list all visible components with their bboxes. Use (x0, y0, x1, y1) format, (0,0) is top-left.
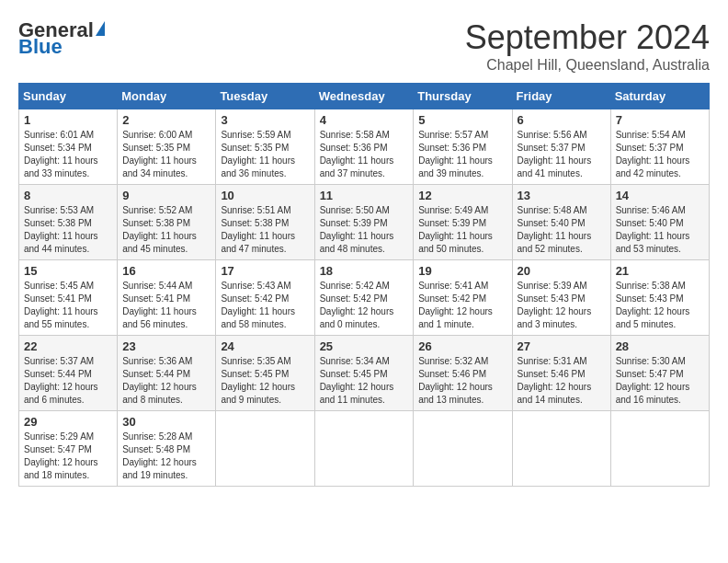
day-info: Sunrise: 5:50 AMSunset: 5:39 PMDaylight:… (320, 204, 409, 256)
week-row-5: 29Sunrise: 5:29 AMSunset: 5:47 PMDayligh… (19, 411, 710, 487)
day-info: Sunrise: 5:59 AMSunset: 5:35 PMDaylight:… (221, 129, 309, 180)
day-number: 7 (616, 113, 704, 127)
day-number: 15 (24, 264, 112, 278)
logo-blue: Blue (18, 35, 63, 59)
day-info: Sunrise: 5:46 AMSunset: 5:40 PMDaylight:… (616, 204, 704, 256)
day-number: 12 (418, 189, 506, 202)
header-cell-sunday: Sunday (19, 84, 118, 109)
header-cell-thursday: Thursday (414, 84, 512, 109)
day-number: 4 (320, 113, 409, 127)
day-info: Sunrise: 5:54 AMSunset: 5:37 PMDaylight:… (616, 129, 704, 180)
day-cell-5: 5Sunrise: 5:57 AMSunset: 5:36 PMDaylight… (414, 109, 512, 185)
header-cell-friday: Friday (512, 84, 610, 109)
day-cell-22: 22Sunrise: 5:37 AMSunset: 5:44 PMDayligh… (19, 336, 118, 411)
day-number: 23 (122, 339, 210, 353)
day-cell-13: 13Sunrise: 5:48 AMSunset: 5:40 PMDayligh… (512, 185, 610, 260)
day-info: Sunrise: 5:39 AMSunset: 5:43 PMDaylight:… (518, 280, 606, 331)
day-number: 14 (616, 189, 704, 202)
header-cell-wednesday: Wednesday (314, 84, 414, 109)
day-number: 24 (221, 339, 309, 353)
day-info: Sunrise: 5:32 AMSunset: 5:46 PMDaylight:… (418, 355, 506, 407)
day-cell-2: 2Sunrise: 6:00 AMSunset: 5:35 PMDaylight… (118, 109, 216, 185)
day-number: 19 (418, 264, 506, 278)
day-cell-9: 9Sunrise: 5:52 AMSunset: 5:38 PMDaylight… (118, 185, 216, 260)
month-title: September 2024 (465, 18, 710, 57)
day-info: Sunrise: 5:58 AMSunset: 5:36 PMDaylight:… (320, 129, 409, 180)
week-row-2: 8Sunrise: 5:53 AMSunset: 5:38 PMDaylight… (19, 185, 710, 260)
day-number: 6 (518, 113, 606, 127)
day-cell-1: 1Sunrise: 6:01 AMSunset: 5:34 PMDaylight… (19, 109, 118, 185)
day-info: Sunrise: 5:29 AMSunset: 5:47 PMDaylight:… (24, 431, 112, 482)
day-info: Sunrise: 5:45 AMSunset: 5:41 PMDaylight:… (24, 280, 112, 331)
day-info: Sunrise: 5:44 AMSunset: 5:41 PMDaylight:… (122, 280, 210, 331)
day-info: Sunrise: 5:42 AMSunset: 5:42 PMDaylight:… (320, 280, 409, 331)
day-cell-23: 23Sunrise: 5:36 AMSunset: 5:44 PMDayligh… (118, 336, 216, 411)
day-info: Sunrise: 5:51 AMSunset: 5:38 PMDaylight:… (221, 204, 309, 256)
day-number: 5 (418, 113, 506, 127)
day-number: 3 (221, 113, 309, 127)
day-number: 8 (24, 189, 112, 202)
day-info: Sunrise: 5:52 AMSunset: 5:38 PMDaylight:… (122, 204, 210, 256)
day-cell-15: 15Sunrise: 5:45 AMSunset: 5:41 PMDayligh… (19, 260, 118, 336)
day-cell-16: 16Sunrise: 5:44 AMSunset: 5:41 PMDayligh… (118, 260, 216, 336)
day-number: 20 (518, 264, 606, 278)
day-info: Sunrise: 5:31 AMSunset: 5:46 PMDaylight:… (518, 355, 606, 407)
day-number: 27 (518, 339, 606, 353)
day-cell-14: 14Sunrise: 5:46 AMSunset: 5:40 PMDayligh… (610, 185, 709, 260)
week-row-1: 1Sunrise: 6:01 AMSunset: 5:34 PMDaylight… (19, 109, 710, 185)
day-cell-11: 11Sunrise: 5:50 AMSunset: 5:39 PMDayligh… (314, 185, 414, 260)
empty-cell (610, 411, 709, 487)
day-cell-10: 10Sunrise: 5:51 AMSunset: 5:38 PMDayligh… (216, 185, 314, 260)
day-cell-3: 3Sunrise: 5:59 AMSunset: 5:35 PMDaylight… (216, 109, 314, 185)
day-cell-12: 12Sunrise: 5:49 AMSunset: 5:39 PMDayligh… (414, 185, 512, 260)
week-row-4: 22Sunrise: 5:37 AMSunset: 5:44 PMDayligh… (19, 336, 710, 411)
day-cell-4: 4Sunrise: 5:58 AMSunset: 5:36 PMDaylight… (314, 109, 414, 185)
day-number: 11 (320, 189, 409, 202)
day-info: Sunrise: 5:37 AMSunset: 5:44 PMDaylight:… (24, 355, 112, 407)
day-info: Sunrise: 5:36 AMSunset: 5:44 PMDaylight:… (122, 355, 210, 407)
day-number: 25 (320, 339, 409, 353)
calendar-table: SundayMondayTuesdayWednesdayThursdayFrid… (18, 83, 710, 487)
day-cell-20: 20Sunrise: 5:39 AMSunset: 5:43 PMDayligh… (512, 260, 610, 336)
week-row-3: 15Sunrise: 5:45 AMSunset: 5:41 PMDayligh… (19, 260, 710, 336)
empty-cell (314, 411, 414, 487)
day-cell-28: 28Sunrise: 5:30 AMSunset: 5:47 PMDayligh… (610, 336, 709, 411)
day-cell-26: 26Sunrise: 5:32 AMSunset: 5:46 PMDayligh… (414, 336, 512, 411)
day-number: 9 (122, 189, 210, 202)
day-info: Sunrise: 5:43 AMSunset: 5:42 PMDaylight:… (221, 280, 309, 331)
day-cell-8: 8Sunrise: 5:53 AMSunset: 5:38 PMDaylight… (19, 185, 118, 260)
day-number: 17 (221, 264, 309, 278)
page-header: General Blue September 2024 Chapel Hill,… (18, 18, 710, 74)
header-cell-tuesday: Tuesday (216, 84, 314, 109)
empty-cell (216, 411, 314, 487)
location-title: Chapel Hill, Queensland, Australia (465, 57, 710, 74)
day-number: 16 (122, 264, 210, 278)
day-cell-7: 7Sunrise: 5:54 AMSunset: 5:37 PMDaylight… (610, 109, 709, 185)
day-info: Sunrise: 5:30 AMSunset: 5:47 PMDaylight:… (616, 355, 704, 407)
day-info: Sunrise: 6:00 AMSunset: 5:35 PMDaylight:… (122, 129, 210, 180)
day-number: 29 (24, 415, 112, 429)
day-number: 28 (616, 339, 704, 353)
day-number: 2 (122, 113, 210, 127)
day-cell-24: 24Sunrise: 5:35 AMSunset: 5:45 PMDayligh… (216, 336, 314, 411)
day-cell-17: 17Sunrise: 5:43 AMSunset: 5:42 PMDayligh… (216, 260, 314, 336)
logo-icon (96, 21, 105, 36)
header-cell-saturday: Saturday (610, 84, 709, 109)
day-cell-27: 27Sunrise: 5:31 AMSunset: 5:46 PMDayligh… (512, 336, 610, 411)
day-info: Sunrise: 5:48 AMSunset: 5:40 PMDaylight:… (518, 204, 606, 256)
day-info: Sunrise: 5:35 AMSunset: 5:45 PMDaylight:… (221, 355, 309, 407)
day-cell-25: 25Sunrise: 5:34 AMSunset: 5:45 PMDayligh… (314, 336, 414, 411)
day-number: 18 (320, 264, 409, 278)
day-info: Sunrise: 5:28 AMSunset: 5:48 PMDaylight:… (122, 431, 210, 482)
day-cell-30: 30Sunrise: 5:28 AMSunset: 5:48 PMDayligh… (118, 411, 216, 487)
day-cell-21: 21Sunrise: 5:38 AMSunset: 5:43 PMDayligh… (610, 260, 709, 336)
day-cell-29: 29Sunrise: 5:29 AMSunset: 5:47 PMDayligh… (19, 411, 118, 487)
day-cell-6: 6Sunrise: 5:56 AMSunset: 5:37 PMDaylight… (512, 109, 610, 185)
day-cell-18: 18Sunrise: 5:42 AMSunset: 5:42 PMDayligh… (314, 260, 414, 336)
day-number: 10 (221, 189, 309, 202)
header-cell-monday: Monday (118, 84, 216, 109)
day-info: Sunrise: 5:56 AMSunset: 5:37 PMDaylight:… (518, 129, 606, 180)
empty-cell (414, 411, 512, 487)
day-info: Sunrise: 5:41 AMSunset: 5:42 PMDaylight:… (418, 280, 506, 331)
day-number: 30 (122, 415, 210, 429)
